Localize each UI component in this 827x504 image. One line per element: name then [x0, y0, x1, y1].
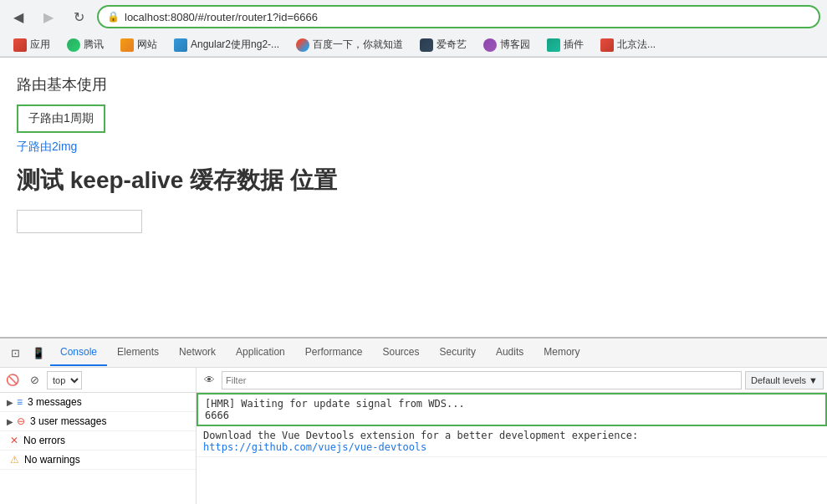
tencent-icon — [67, 38, 80, 52]
context-select[interactable]: top — [47, 371, 82, 389]
user-icon: ⊖ — [17, 415, 25, 427]
all-messages-label: 3 messages — [28, 396, 82, 408]
tab-memory[interactable]: Memory — [533, 339, 590, 366]
blog-icon — [483, 38, 497, 52]
tab-console[interactable]: Console — [50, 339, 107, 366]
no-warnings-label: No warnings — [24, 454, 80, 466]
error-icon: ✕ — [10, 435, 18, 446]
tab-network[interactable]: Network — [169, 339, 226, 366]
info-icon: ≡ — [17, 396, 23, 408]
warning-icon: ⚠ — [10, 454, 19, 466]
back-button[interactable]: ◀ — [7, 5, 30, 28]
bookmark-beijing-label: 北京法... — [617, 38, 656, 52]
plugin-icon — [547, 38, 560, 52]
expand-arrow: ▶ — [7, 398, 13, 407]
page-title: 路由基本使用 — [17, 74, 810, 94]
lock-icon: 🔒 — [107, 11, 120, 23]
address-bar[interactable]: 🔒 localhost:8080/#/router/router1?id=666… — [97, 5, 820, 28]
bookmark-tencent[interactable]: 腾讯 — [60, 36, 110, 53]
bookmark-baidu-label: 百度一下，你就知道 — [313, 38, 403, 52]
tab-audits[interactable]: Audits — [486, 339, 533, 366]
user-messages-label: 3 user messages — [30, 415, 106, 427]
hmr-line2: 6666 — [205, 410, 819, 421]
bookmark-beijing[interactable]: 北京法... — [594, 36, 662, 53]
devtools-sidebar: 🚫 ⊘ top ▶ ≡ 3 messages ▶ ⊖ 3 user messag… — [0, 368, 197, 504]
message-group-all[interactable]: ▶ ≡ 3 messages — [0, 393, 196, 412]
no-errors-label: No errors — [23, 435, 65, 446]
bookmark-blog[interactable]: 博客园 — [477, 36, 537, 53]
message-group-user[interactable]: ▶ ⊖ 3 user messages — [0, 412, 196, 431]
tab-sources[interactable]: Sources — [373, 339, 430, 366]
angular-icon — [174, 38, 187, 52]
filter-button[interactable]: ⊘ — [25, 371, 43, 389]
bookmark-iqiyi-label: 爱奇艺 — [436, 38, 467, 52]
console-filter-bar: 👁 Default levels ▼ — [197, 368, 827, 393]
bookmark-plugin-label: 插件 — [564, 38, 584, 52]
apps-icon — [13, 38, 27, 52]
message-group-warnings[interactable]: ⚠ No warnings — [0, 451, 196, 470]
console-toolbar: 🚫 ⊘ top — [0, 368, 196, 393]
bookmark-iqiyi[interactable]: 爱奇艺 — [413, 36, 473, 53]
bookmark-tencent-label: 腾讯 — [84, 38, 104, 52]
forward-button[interactable]: ▶ — [37, 5, 60, 28]
bookmark-plugin[interactable]: 插件 — [540, 36, 590, 53]
site-icon — [120, 38, 134, 52]
bookmark-apps-label: 应用 — [30, 38, 50, 52]
eye-button[interactable]: 👁 — [200, 371, 218, 389]
tab-security[interactable]: Security — [430, 339, 486, 366]
baidu-icon — [296, 38, 309, 52]
devtools-tabs: ⊡ 📱 Console Elements Network Application… — [0, 339, 827, 368]
filter-input[interactable] — [222, 371, 742, 389]
beijing-icon — [600, 38, 614, 52]
child-route1-label: 子路由1周期 — [28, 111, 94, 125]
bookmark-apps[interactable]: 应用 — [7, 36, 57, 53]
bookmarks-bar: 应用 腾讯 网站 Angular2使用ng2-... 百度一下，你就知道 爱奇艺… — [0, 33, 827, 57]
vue-devtools-link[interactable]: https://github.com/vuejs/vue-devtools — [203, 441, 426, 453]
url-text: localhost:8080/#/router/router1?id=6666 — [125, 11, 318, 23]
data-input[interactable] — [17, 210, 142, 233]
clear-console-button[interactable]: 🚫 — [3, 371, 22, 389]
iqiyi-icon — [420, 38, 433, 52]
devtools-device-button[interactable]: 📱 — [27, 341, 50, 364]
tab-performance[interactable]: Performance — [295, 339, 373, 366]
devtools-inspect-button[interactable]: ⊡ — [3, 341, 27, 364]
vue-line1: Download the Vue Devtools extension for … — [203, 430, 820, 441]
console-messages: ▶ ≡ 3 messages ▶ ⊖ 3 user messages ✕ No … — [0, 393, 196, 504]
bookmark-blog-label: 博客园 — [500, 38, 530, 52]
devtools-body: 🚫 ⊘ top ▶ ≡ 3 messages ▶ ⊖ 3 user messag… — [0, 368, 827, 504]
bookmark-site[interactable]: 网站 — [114, 36, 164, 53]
default-levels-button[interactable]: Default levels ▼ — [745, 371, 824, 389]
page-content: 路由基本使用 子路由1周期 子路由2img 测试 keep-alive 缓存数据… — [0, 58, 827, 257]
console-log-hmr: [HMR] Waiting for update signal from WDS… — [197, 393, 827, 426]
tab-elements[interactable]: Elements — [107, 339, 169, 366]
message-group-errors[interactable]: ✕ No errors — [0, 431, 196, 451]
tab-application[interactable]: Application — [226, 339, 295, 366]
bookmark-site-label: 网站 — [137, 38, 157, 52]
child-route2-link[interactable]: 子路由2img — [17, 140, 810, 155]
hmr-line1: [HMR] Waiting for update signal from WDS… — [205, 398, 819, 410]
refresh-button[interactable]: ↻ — [67, 5, 90, 28]
console-output: [HMR] Waiting for update signal from WDS… — [197, 393, 827, 504]
devtools-panel: ⊡ 📱 Console Elements Network Application… — [0, 337, 827, 504]
keep-alive-title: 测试 keep-alive 缓存数据 位置 — [17, 165, 810, 196]
vue-line2: https://github.com/vuejs/vue-devtools — [203, 441, 820, 453]
console-right-panel: 👁 Default levels ▼ [HMR] Waiting for upd… — [197, 368, 827, 504]
console-log-vue: Download the Vue Devtools extension for … — [197, 426, 827, 457]
bookmark-angular-label: Angular2使用ng2-... — [191, 38, 279, 52]
nav-bar: ◀ ▶ ↻ 🔒 localhost:8080/#/router/router1?… — [0, 0, 827, 33]
expand-arrow: ▶ — [7, 417, 13, 426]
browser-chrome: ◀ ▶ ↻ 🔒 localhost:8080/#/router/router1?… — [0, 0, 827, 58]
child-route1-box: 子路由1周期 — [17, 104, 105, 133]
bookmark-baidu[interactable]: 百度一下，你就知道 — [289, 36, 410, 53]
bookmark-angular[interactable]: Angular2使用ng2-... — [167, 36, 286, 53]
